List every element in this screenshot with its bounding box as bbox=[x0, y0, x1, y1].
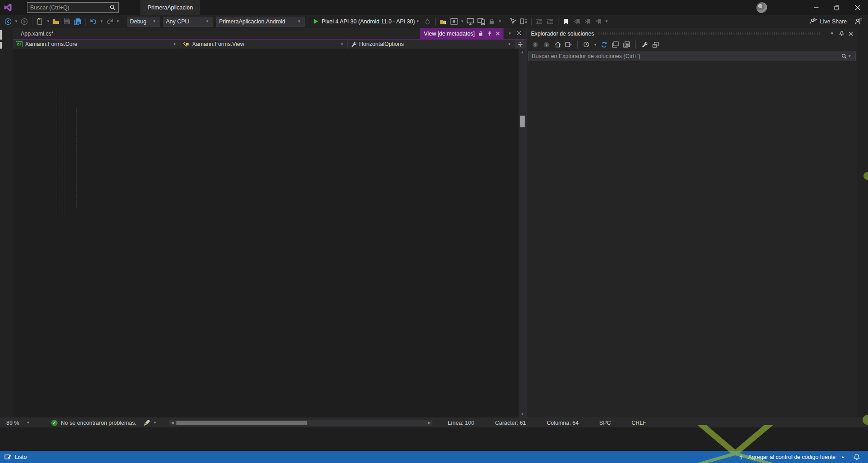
problems-label: No se encontraron problemas. bbox=[61, 420, 136, 426]
desktop-device-icon[interactable] bbox=[465, 17, 475, 27]
nest-files-icon[interactable] bbox=[611, 40, 620, 49]
open-folder-icon[interactable] bbox=[51, 17, 61, 27]
tab-list-caret[interactable]: ▼ bbox=[507, 31, 513, 36]
back-dropdown-caret[interactable]: ▼ bbox=[13, 19, 19, 23]
hot-reload-icon[interactable] bbox=[423, 17, 432, 27]
lock-icon[interactable] bbox=[487, 17, 497, 27]
split-window-button[interactable] bbox=[515, 40, 526, 49]
se-back-icon[interactable] bbox=[531, 40, 540, 49]
type-dropdown[interactable]: Xamarin.Forms.View ▼ bbox=[180, 40, 348, 49]
collapse-all-icon[interactable] bbox=[651, 40, 660, 49]
show-all-files-icon[interactable] bbox=[622, 40, 631, 49]
tab-view-metadata[interactable]: View [de metadatos] bbox=[420, 28, 504, 39]
code-editor[interactable]: ▲ ▼ bbox=[13, 49, 526, 418]
decrease-indent-icon[interactable] bbox=[535, 17, 544, 27]
zoom-control[interactable]: 89 % ▼ bbox=[3, 420, 44, 426]
scroll-left-arrow[interactable]: ◀ bbox=[169, 421, 175, 425]
undo-dropdown-caret[interactable]: ▼ bbox=[99, 19, 104, 23]
solution-search-placeholder: Buscar en Explorador de soluciones (Ctrl… bbox=[532, 53, 841, 59]
caret-char-indicator: Carácter: 61 bbox=[495, 420, 526, 426]
next-bookmark-icon[interactable] bbox=[583, 17, 593, 27]
save-icon[interactable] bbox=[62, 17, 72, 27]
xaml-preview-icon[interactable] bbox=[449, 17, 459, 27]
csharp-project-icon: C# bbox=[16, 41, 22, 47]
previous-bookmark-icon[interactable] bbox=[572, 17, 582, 27]
quick-search-box[interactable]: Buscar (Ctrl+Q) bbox=[27, 2, 119, 13]
code-cleanup-button[interactable]: ▼ bbox=[144, 420, 157, 426]
scroll-down-arrow[interactable]: ▼ bbox=[519, 411, 526, 418]
run-target-caret: ▼ bbox=[415, 19, 420, 23]
solution-search-box[interactable]: Buscar en Explorador de soluciones (Ctrl… bbox=[528, 51, 856, 61]
solution-configuration-combo[interactable]: Debug ▼ bbox=[127, 17, 160, 27]
window-position-caret[interactable]: ▼ bbox=[829, 31, 835, 36]
solution-explorer-titlebar[interactable]: Explorador de soluciones ▼ bbox=[527, 28, 857, 39]
send-feedback-icon[interactable] bbox=[854, 17, 864, 27]
indent-mode-indicator[interactable]: SPC bbox=[599, 420, 611, 426]
user-avatar[interactable] bbox=[756, 2, 767, 13]
navigation-bar: C# Xamarin.Forms.Core ▼ Xamarin.Forms.Vi… bbox=[13, 40, 526, 49]
pin-icon[interactable] bbox=[839, 31, 844, 36]
add-to-source-control-button[interactable]: Agregar al control de código fuente bbox=[748, 454, 836, 460]
toggle-bookmark-icon[interactable] bbox=[561, 17, 571, 27]
project-dropdown[interactable]: C# Xamarin.Forms.Core ▼ bbox=[13, 40, 180, 49]
start-debugging-button[interactable]: Pixel 4 API 30 (Android 11.0 - API 30) ▼ bbox=[311, 18, 422, 25]
se-home-icon[interactable] bbox=[553, 40, 562, 49]
startup-project-combo[interactable]: PrimeraAplicacion.Android ▼ bbox=[216, 17, 305, 27]
undo-icon[interactable] bbox=[89, 17, 99, 27]
member-dropdown[interactable]: HorizontalOptions ▼ bbox=[348, 40, 515, 49]
refresh-icon[interactable] bbox=[600, 40, 609, 49]
class-icon bbox=[183, 41, 189, 47]
notifications-bell-icon[interactable] bbox=[854, 454, 860, 460]
editor-options-gear-icon[interactable] bbox=[516, 30, 522, 37]
scroll-right-arrow[interactable]: ▶ bbox=[426, 421, 432, 425]
configuration-caret: ▼ bbox=[152, 19, 157, 23]
restore-button[interactable] bbox=[827, 0, 847, 15]
preview-dropdown-caret[interactable]: ▼ bbox=[459, 19, 465, 23]
scroll-up-arrow[interactable]: ▲ bbox=[519, 49, 526, 55]
solution-tree bbox=[527, 63, 857, 418]
tab-app-xaml-cs[interactable]: App.xaml.cs* bbox=[16, 28, 58, 39]
close-panel-icon[interactable] bbox=[849, 31, 853, 36]
horizontal-scrollbar[interactable]: ◀ ▶ bbox=[169, 420, 432, 426]
navigate-back-icon[interactable] bbox=[3, 17, 13, 27]
clear-bookmarks-icon[interactable] bbox=[594, 17, 603, 27]
title-bar: Buscar (Ctrl+Q) PrimeraAplicacion bbox=[0, 0, 868, 15]
live-share-label: Live Share bbox=[820, 18, 847, 25]
pending-changes-filter-icon[interactable] bbox=[582, 40, 591, 49]
startup-project-value: PrimeraAplicacion.Android bbox=[219, 18, 293, 25]
type-dropdown-caret: ▼ bbox=[339, 42, 345, 46]
device-dropdown-caret[interactable]: ▼ bbox=[497, 19, 503, 23]
live-share-button[interactable]: Live Share bbox=[810, 18, 847, 25]
se-forward-icon[interactable] bbox=[542, 40, 551, 49]
zoom-caret: ▼ bbox=[26, 421, 31, 425]
save-all-icon[interactable] bbox=[73, 17, 83, 27]
new-project-icon[interactable] bbox=[35, 17, 45, 27]
solution-platform-combo[interactable]: Any CPU ▼ bbox=[163, 17, 213, 27]
right-tool-strip bbox=[857, 28, 868, 418]
hscroll-thumb[interactable] bbox=[176, 421, 307, 425]
se-switch-view-icon[interactable] bbox=[564, 40, 573, 49]
se-search-caret[interactable]: ▼ bbox=[847, 54, 852, 58]
filter-dropdown-caret[interactable]: ▼ bbox=[593, 43, 598, 47]
left-strip-scroll-mark2 bbox=[0, 42, 2, 49]
line-ending-indicator[interactable]: CRLF bbox=[632, 420, 647, 426]
close-tab-icon[interactable] bbox=[496, 31, 500, 36]
phone-device-icon[interactable] bbox=[476, 17, 486, 27]
health-indicator[interactable]: ✓ No se encontraron problemas. bbox=[51, 420, 136, 426]
navigate-forward-icon[interactable] bbox=[19, 17, 29, 27]
redo-icon[interactable] bbox=[105, 17, 115, 27]
increase-indent-icon[interactable] bbox=[545, 17, 555, 27]
close-button[interactable] bbox=[847, 0, 868, 15]
source-control-caret[interactable]: ▲ bbox=[840, 455, 846, 459]
editor-vertical-scrollbar[interactable]: ▲ ▼ bbox=[518, 49, 526, 418]
redo-dropdown-caret[interactable]: ▼ bbox=[115, 19, 121, 23]
find-in-files-icon[interactable] bbox=[438, 17, 448, 27]
keep-open-pin-icon[interactable] bbox=[487, 31, 492, 36]
bookmarks-dropdown-caret[interactable]: ▼ bbox=[604, 19, 609, 23]
document-outline-icon[interactable] bbox=[519, 17, 529, 27]
scrollbar-thumb[interactable] bbox=[520, 116, 525, 127]
new-item-dropdown-caret[interactable]: ▼ bbox=[45, 19, 51, 23]
go-to-definition-icon[interactable] bbox=[508, 17, 518, 27]
properties-wrench-icon[interactable] bbox=[640, 40, 649, 49]
minimize-button[interactable] bbox=[806, 0, 827, 15]
